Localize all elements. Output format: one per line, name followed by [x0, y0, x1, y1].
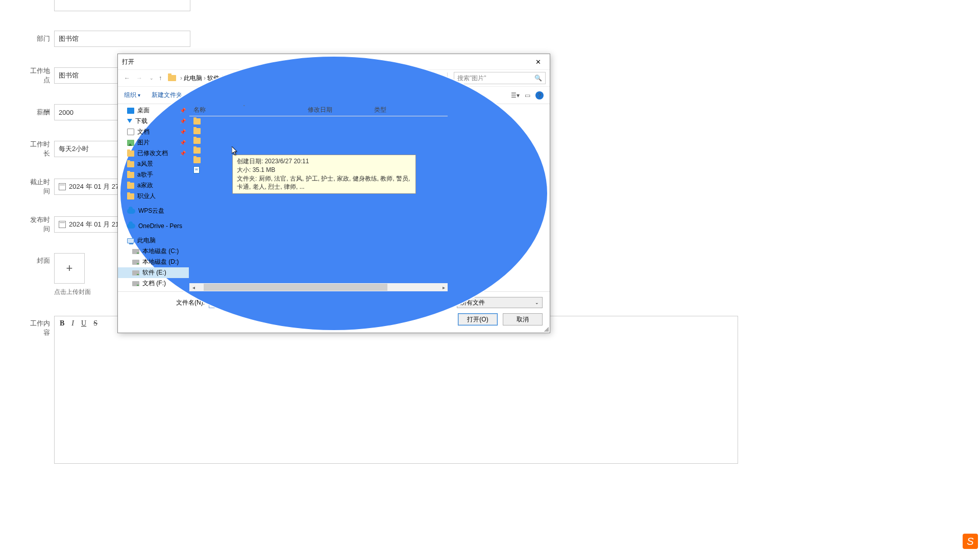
resize-grip[interactable]	[543, 325, 549, 332]
label-salary: 薪酬	[24, 108, 50, 117]
folder-icon	[127, 193, 134, 199]
cloud-icon	[127, 223, 135, 229]
tree-item[interactable]: a歌手	[118, 169, 189, 180]
tree-item-label: 下载	[135, 117, 148, 126]
italic-button[interactable]: I	[71, 319, 74, 328]
disk-icon	[132, 249, 139, 254]
search-input[interactable]: 搜索"图片" 🔍	[454, 72, 546, 84]
doc-icon	[127, 129, 134, 135]
recent-dropdown[interactable]: ⌄	[146, 76, 157, 81]
underline-button[interactable]: U	[81, 319, 86, 328]
file-list-header[interactable]: 名称 ˄ 修改日期 类型	[189, 104, 448, 116]
input-dept[interactable]: 图书馆	[54, 31, 190, 47]
folder-tooltip: 创建日期: 2023/6/27 20:11 大小: 35.1 MB 文件夹: 厨…	[232, 155, 416, 194]
pin-icon: 📌	[180, 140, 186, 145]
input-dept-value: 图书馆	[59, 34, 79, 43]
tree-item[interactable]: 文档📌	[118, 127, 189, 137]
tree-item[interactable]: 文档 (F:)	[118, 278, 189, 289]
tree-item-label: 本地磁盘 (C:)	[142, 247, 179, 256]
input-blank[interactable]	[54, 0, 190, 11]
folder-icon	[193, 147, 201, 154]
chevron-right-icon: ›	[180, 74, 182, 82]
pin-icon: 📌	[180, 118, 186, 124]
pin-icon: 📌	[180, 129, 186, 135]
preview-pane-button[interactable]: ▭	[525, 92, 530, 99]
cancel-button-label: 取消	[517, 315, 529, 324]
folder-icon	[193, 118, 201, 124]
tree-item[interactable]: 此电脑	[118, 235, 189, 246]
search-icon: 🔍	[534, 74, 542, 82]
tree-item[interactable]: 本地磁盘 (C:)	[118, 246, 189, 257]
input-worktime-value: 每天2小时	[59, 144, 89, 154]
crumb-0[interactable]: 此电脑	[184, 74, 202, 83]
cover-upload-button[interactable]: +	[54, 253, 85, 284]
open-button[interactable]: 打开(O)	[458, 313, 498, 325]
scroll-thumb[interactable]	[204, 284, 387, 291]
close-button[interactable]: ✕	[530, 56, 546, 67]
tree-item-label: 文档	[137, 128, 150, 136]
tree-item[interactable]: 已修改文档📌	[118, 148, 189, 159]
folder-icon	[168, 75, 176, 81]
folder-icon	[127, 151, 134, 157]
label-deadline: 截止时间	[24, 178, 50, 196]
tooltip-line-2: 大小: 35.1 MB	[237, 166, 411, 174]
dialog-titlebar: 打开 ✕	[118, 54, 550, 69]
bold-button[interactable]: B	[60, 319, 64, 328]
chevron-right-icon: ›	[204, 74, 206, 82]
label-workplace: 工作地点	[24, 66, 50, 85]
tree-item[interactable]: OneDrive - Pers	[118, 220, 189, 231]
rich-text-editor[interactable]: B I U S	[54, 316, 738, 464]
tree-item[interactable]: 职业人	[118, 191, 189, 202]
new-folder-button[interactable]: 新建文件夹	[152, 91, 182, 99]
tree-item[interactable]: 软件 (E:)	[118, 267, 189, 278]
forward-button[interactable]: →	[134, 74, 144, 82]
view-icons: ☰▾ ▭ ?	[511, 91, 544, 99]
scroll-track[interactable]	[198, 283, 439, 291]
tree-item[interactable]: 图片📌	[118, 137, 189, 148]
input-workplace-value: 图书馆	[59, 71, 79, 80]
tree-item[interactable]: 桌面📌	[118, 105, 189, 116]
folder-icon	[127, 183, 134, 189]
label-worktime: 工作时长	[24, 140, 50, 158]
tree-item[interactable]: 本地磁盘 (D:)	[118, 257, 189, 267]
row-hidden-top	[24, 0, 739, 11]
dl-icon	[127, 119, 132, 126]
tree-item[interactable]: 下载📌	[118, 116, 189, 127]
filetype-dropdown-icon: ⌄	[535, 300, 539, 305]
scroll-left-icon[interactable]: ◂	[189, 285, 198, 290]
col-type[interactable]: 类型	[374, 106, 415, 114]
back-button[interactable]: ←	[122, 74, 132, 82]
col-name[interactable]: 名称 ˄	[189, 106, 308, 114]
ime-tray-icon[interactable]: S	[963, 534, 978, 549]
help-icon[interactable]: ?	[535, 91, 544, 99]
desktop-icon	[127, 108, 134, 114]
scroll-right-icon[interactable]: ▸	[439, 285, 448, 290]
view-mode-button[interactable]: ☰▾	[511, 92, 520, 99]
tree-item[interactable]: a风景	[118, 159, 189, 169]
tree-item-label: 本地磁盘 (D:)	[142, 258, 179, 266]
sort-indicator-icon: ˄	[243, 105, 246, 110]
col-date[interactable]: 修改日期	[308, 106, 374, 114]
up-button[interactable]: ↑	[159, 74, 162, 82]
nav-tree[interactable]: 桌面📌下载📌文档📌图片📌已修改文档📌a风景a歌手a家政职业人WPS云盘OneDr…	[118, 104, 189, 291]
cancel-button[interactable]: 取消	[503, 313, 543, 325]
folder-icon	[127, 161, 134, 167]
tooltip-line-1: 创建日期: 2023/6/27 20:11	[237, 157, 411, 166]
strike-button[interactable]: S	[93, 319, 97, 328]
row-content: 工作内容 B I U S	[24, 316, 739, 464]
tree-item[interactable]: a家政	[118, 180, 189, 191]
tree-item-label: WPS云盘	[138, 207, 164, 215]
tree-item[interactable]: WPS云盘	[118, 206, 189, 216]
tree-item-label: 图片	[137, 138, 150, 147]
docfile-icon	[193, 166, 200, 173]
folder-icon	[193, 128, 201, 134]
folder-icon	[127, 172, 134, 178]
pin-icon: 📌	[180, 108, 186, 113]
col-name-label: 名称	[193, 106, 206, 113]
label-pubtime: 发布时间	[24, 215, 50, 234]
label-content: 工作内容	[24, 319, 50, 337]
organize-menu[interactable]: 组织	[124, 91, 140, 99]
tooltip-line-3: 文件夹: 厨师, 法官, 古风, 护工, 护士, 家政, 健身教练, 教师, 警…	[237, 174, 411, 192]
pic-icon	[127, 140, 134, 146]
horizontal-scrollbar[interactable]: ◂ ▸	[189, 283, 448, 291]
